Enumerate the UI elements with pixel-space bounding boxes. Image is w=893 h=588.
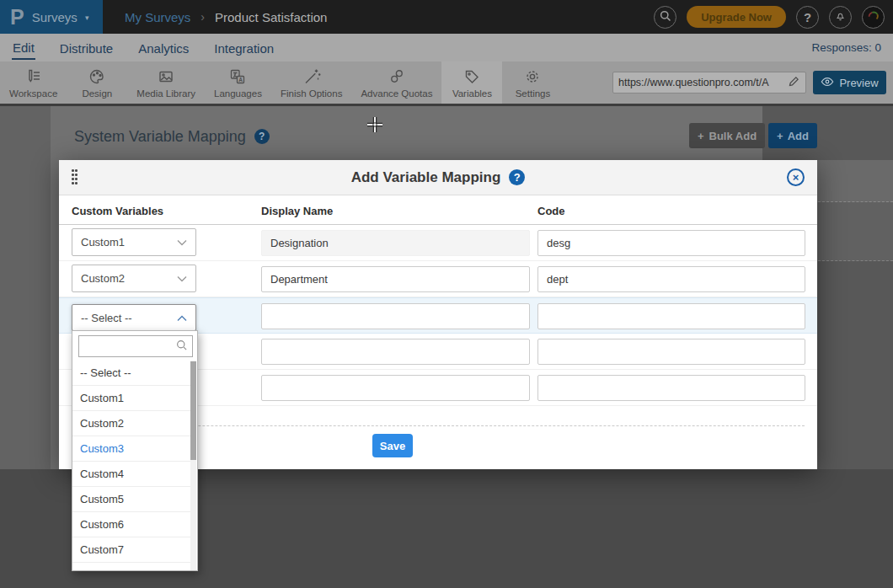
tab-edit[interactable]: Edit <box>12 36 35 60</box>
workspace-icon <box>24 67 43 86</box>
column-header-display-name: Display Name <box>261 205 333 217</box>
toolbar-item-media-library[interactable]: Media Library <box>127 61 205 104</box>
bulk-add-button[interactable]: + Bulk Add <box>689 123 765 148</box>
notifications-button[interactable] <box>829 6 852 29</box>
toolbar-shadow <box>0 104 893 106</box>
display-name-input[interactable] <box>261 339 530 365</box>
survey-url-field <box>612 72 806 94</box>
toolbar-item-workspace[interactable]: Workspace <box>0 61 67 104</box>
gear-icon <box>523 67 542 86</box>
dropdown-option[interactable]: Custom4 <box>72 462 193 487</box>
chevron-up-icon <box>177 312 187 324</box>
magic-wand-icon <box>302 67 321 86</box>
chevron-down-icon: ▾ <box>85 13 89 22</box>
tab-analytics[interactable]: Analytics <box>137 37 190 59</box>
code-input[interactable] <box>537 303 805 329</box>
modal-header: Add Variable Mapping ? × <box>59 160 817 195</box>
tag-icon <box>463 67 481 86</box>
eye-icon <box>821 77 834 89</box>
display-name-input[interactable] <box>261 230 530 256</box>
page-background-left <box>0 106 51 469</box>
question-mark-icon: ? <box>804 10 811 24</box>
dropdown-option[interactable]: Custom2 <box>72 411 193 436</box>
chevron-down-icon <box>177 272 187 285</box>
questionpro-logo: P <box>10 7 24 28</box>
close-icon[interactable]: × <box>787 168 805 186</box>
edit-toolbar: Workspace Design Media Library A Languag… <box>0 61 893 104</box>
code-input[interactable] <box>537 230 805 256</box>
dropdown-option[interactable]: Custom6 <box>72 512 193 537</box>
mapping-row-active: -- Select -- <box>59 297 817 334</box>
mapping-row: Custom2 <box>59 261 817 297</box>
display-name-input[interactable] <box>261 375 530 401</box>
help-button[interactable]: ? <box>796 6 819 29</box>
modal-title: Add Variable Mapping <box>351 169 501 186</box>
display-name-input[interactable] <box>261 303 530 329</box>
add-variable-mapping-modal: Add Variable Mapping ? × Custom Variable… <box>59 160 817 469</box>
display-name-input[interactable] <box>261 266 530 292</box>
mapping-row: Custom1 <box>59 225 817 261</box>
toolbar-item-advance-quotas[interactable]: Advance Quotas <box>351 61 441 104</box>
dropdown-option[interactable]: Custom7 <box>72 537 193 563</box>
translate-icon: A <box>228 67 247 86</box>
dropdown-option[interactable]: Custom5 <box>72 487 193 512</box>
column-header-code: Code <box>537 205 565 217</box>
chain-links-icon <box>388 67 406 86</box>
toolbar-item-settings[interactable]: Settings <box>502 61 563 104</box>
mapping-table-header: Custom Variables Display Name Code <box>59 200 817 225</box>
top-bar: P Surveys ▾ My Surveys › Product Satisfa… <box>0 0 893 34</box>
dropdown-search-field <box>78 335 193 357</box>
save-button[interactable]: Save <box>372 434 413 457</box>
dropdown-option-list: -- Select -- Custom1 Custom2 Custom3 Cus… <box>72 361 193 571</box>
svg-text:A: A <box>239 77 243 83</box>
column-header-custom-variables: Custom Variables <box>72 205 163 217</box>
custom-variable-select-open[interactable]: -- Select -- <box>72 304 196 331</box>
custom-variable-select[interactable]: Custom2 <box>72 265 196 292</box>
tab-integration[interactable]: Integration <box>213 37 275 59</box>
chevron-down-icon <box>177 236 187 249</box>
breadcrumb-separator-icon: › <box>201 10 205 24</box>
code-input[interactable] <box>537 339 805 365</box>
palette-icon <box>88 67 106 86</box>
survey-url-input[interactable] <box>618 77 788 88</box>
drag-handle[interactable] <box>72 169 78 186</box>
breadcrumb: My Surveys › Product Satisfaction <box>125 0 327 34</box>
code-input[interactable] <box>537 266 805 292</box>
product-name: Surveys <box>32 10 78 24</box>
page-help-icon[interactable]: ? <box>254 129 270 144</box>
breadcrumb-my-surveys[interactable]: My Surveys <box>125 10 190 24</box>
bell-icon <box>834 9 847 25</box>
toolbar-item-variables[interactable]: Variables <box>441 61 502 104</box>
search-icon <box>175 339 188 355</box>
edit-url-pencil-icon[interactable] <box>788 75 800 91</box>
page-title: System Variable Mapping <box>74 128 246 146</box>
code-input[interactable] <box>537 375 805 401</box>
avatar-logo-icon <box>866 8 881 26</box>
dropdown-option[interactable]: -- Select -- <box>72 361 193 386</box>
custom-variable-dropdown: -- Select -- Custom1 Custom2 Custom3 Cus… <box>72 330 198 571</box>
plus-icon: + <box>698 130 704 142</box>
toolbar-item-languages[interactable]: A Languages <box>205 61 271 104</box>
breadcrumb-current-survey: Product Satisfaction <box>215 10 327 24</box>
toolbar-item-design[interactable]: Design <box>67 61 127 104</box>
responses-count: Responses: 0 <box>811 41 881 54</box>
dropdown-scrollbar-thumb[interactable] <box>190 361 196 460</box>
tab-distribute[interactable]: Distribute <box>59 37 114 59</box>
section-tabs: Edit Distribute Analytics Integration Re… <box>0 34 893 61</box>
custom-variable-select[interactable]: Custom1 <box>72 228 196 256</box>
dropdown-option-highlighted[interactable]: Custom3 <box>72 436 193 462</box>
account-avatar[interactable] <box>862 6 885 29</box>
add-button[interactable]: + Add <box>768 123 817 148</box>
toolbar-item-finish-options[interactable]: Finish Options <box>271 61 352 104</box>
image-icon <box>157 67 175 86</box>
preview-button[interactable]: Preview <box>813 71 886 94</box>
upgrade-now-button[interactable]: Upgrade Now <box>687 6 786 28</box>
search-button[interactable] <box>654 6 676 29</box>
modal-help-icon[interactable]: ? <box>509 169 525 185</box>
dropdown-option[interactable]: Custom1 <box>72 386 193 411</box>
search-icon <box>659 9 671 25</box>
plus-icon: + <box>777 130 783 142</box>
dropdown-option[interactable]: Custom8 <box>72 563 193 571</box>
product-switcher[interactable]: P Surveys ▾ <box>0 0 103 34</box>
dropdown-search-input[interactable] <box>83 340 175 352</box>
